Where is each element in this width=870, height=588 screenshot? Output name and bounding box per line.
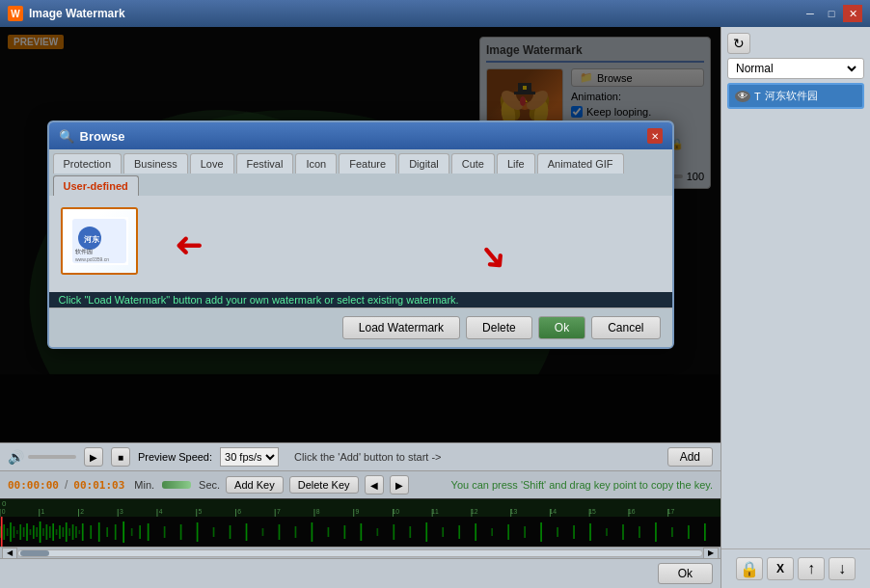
svg-text:5: 5 — [198, 506, 202, 516]
scroll-right-button[interactable]: ▶ — [703, 548, 719, 559]
svg-text:www.pc0359.cn: www.pc0359.cn — [75, 256, 109, 262]
svg-rect-139 — [704, 523, 706, 541]
up-button[interactable]: ↑ — [798, 557, 825, 580]
tab-business[interactable]: Business — [123, 153, 188, 174]
dialog-close-button[interactable]: ✕ — [647, 128, 663, 144]
tab-digital[interactable]: Digital — [398, 153, 449, 174]
tab-festival[interactable]: Festival — [236, 153, 294, 174]
svg-text:6: 6 — [237, 506, 241, 516]
right-panel-top: ↻ Normal Multiply Screen Overlay 👁 T 河东软… — [721, 27, 870, 115]
thumbnail-item-1[interactable]: 河东 软件园 www.pc0359.cn — [61, 207, 138, 275]
thumbnail-grid: 河东 软件园 www.pc0359.cn — [61, 207, 661, 275]
svg-rect-118 — [361, 523, 363, 541]
svg-rect-106 — [164, 526, 166, 538]
next-key-button[interactable]: ▶ — [390, 475, 409, 494]
key-bar: 00:00:00 / 00:01:03 Min. Sec. Add Key De… — [0, 470, 720, 498]
window-controls: ─ □ ✕ — [801, 5, 862, 22]
ok-button[interactable]: Ok — [538, 316, 585, 339]
dialog-overlay: 🔍 Browse ✕ Protection Business Love Fest… — [0, 27, 720, 442]
svg-rect-81 — [30, 529, 32, 535]
scroll-left-button[interactable]: ◀ — [2, 548, 17, 559]
svg-rect-76 — [14, 526, 15, 538]
prev-key-button[interactable]: ◀ — [365, 475, 384, 494]
tab-feature[interactable]: Feature — [339, 153, 396, 174]
svg-rect-132 — [589, 523, 591, 541]
svg-rect-107 — [180, 524, 182, 540]
scrollbar-track[interactable] — [17, 549, 703, 557]
add-button[interactable]: Add — [667, 447, 713, 467]
svg-rect-115 — [312, 522, 313, 542]
svg-text:1: 1 — [41, 506, 44, 516]
svg-rect-110 — [230, 525, 231, 539]
svg-rect-101 — [115, 524, 117, 540]
lock-button[interactable]: 🔒 — [736, 557, 763, 580]
svg-rect-94 — [72, 524, 74, 540]
svg-rect-84 — [40, 521, 41, 543]
svg-rect-108 — [197, 522, 199, 542]
timeline-scrollbar[interactable]: ◀ ▶ — [0, 547, 720, 558]
down-button[interactable]: ↓ — [829, 557, 856, 580]
tab-user-defined[interactable]: User-defined — [53, 175, 139, 196]
click-add-tip: Click the 'Add' button to start -> — [294, 451, 441, 463]
refresh-button[interactable]: ↻ — [727, 33, 750, 54]
preview-speed-select[interactable]: 30 fps/s 24 fps/s 15 fps/s — [220, 447, 279, 467]
svg-rect-34 — [0, 499, 720, 517]
svg-rect-117 — [344, 525, 346, 539]
timeline-ruler: 0 0 1 2 3 4 5 6 7 — [0, 499, 720, 517]
svg-rect-137 — [671, 527, 673, 537]
svg-rect-99 — [98, 522, 100, 542]
svg-rect-123 — [442, 527, 444, 537]
scrollbar-thumb[interactable] — [20, 550, 49, 556]
maximize-button[interactable]: □ — [822, 5, 841, 22]
tab-life[interactable]: Life — [497, 153, 535, 174]
svg-rect-90 — [59, 525, 61, 539]
volume-icon: 🔊 — [8, 449, 24, 465]
svg-rect-77 — [16, 530, 18, 534]
right-controls-row: 🔒 X ↑ ↓ — [729, 557, 862, 580]
svg-rect-80 — [26, 523, 28, 541]
svg-rect-111 — [246, 523, 248, 541]
svg-rect-126 — [491, 528, 493, 536]
play-button[interactable]: ▶ — [84, 447, 103, 467]
eye-icon[interactable]: 👁 — [735, 91, 750, 102]
time-track[interactable] — [162, 481, 191, 489]
mode-select[interactable]: Normal Multiply Screen Overlay — [732, 61, 859, 76]
svg-rect-91 — [63, 527, 65, 537]
stop-button[interactable]: ■ — [111, 447, 130, 467]
svg-text:4: 4 — [159, 506, 163, 516]
add-key-button[interactable]: Add Key — [226, 476, 284, 494]
cancel-button[interactable]: Cancel — [591, 316, 660, 339]
svg-rect-127 — [507, 524, 509, 540]
svg-rect-135 — [639, 526, 640, 538]
svg-rect-78 — [19, 524, 21, 540]
svg-rect-89 — [56, 529, 58, 535]
tab-icon[interactable]: Icon — [295, 153, 337, 174]
tab-cute[interactable]: Cute — [451, 153, 495, 174]
svg-rect-104 — [139, 525, 141, 539]
svg-rect-133 — [606, 528, 608, 536]
watermark-item[interactable]: 👁 T 河东软件园 — [727, 83, 864, 109]
dialog-status: Click "Load Watermark" button add your o… — [49, 292, 672, 307]
main-ok-button[interactable]: Ok — [658, 563, 713, 584]
load-watermark-button[interactable]: Load Watermark — [342, 316, 460, 339]
tab-love[interactable]: Love — [190, 153, 234, 174]
svg-rect-83 — [36, 527, 38, 537]
mode-dropdown[interactable]: Normal Multiply Screen Overlay — [727, 58, 864, 79]
svg-text:8: 8 — [316, 506, 320, 516]
delete-button[interactable]: Delete — [466, 316, 532, 339]
svg-rect-121 — [409, 526, 411, 538]
tab-protection[interactable]: Protection — [53, 153, 122, 174]
timeline-track[interactable] — [0, 517, 720, 547]
transport-bar: 🔊 ▶ ■ Preview Speed: 30 fps/s 24 fps/s 1… — [0, 442, 720, 470]
svg-rect-88 — [52, 523, 54, 541]
dialog-tabs: Protection Business Love Festival Icon F… — [49, 149, 672, 196]
volume-slider[interactable] — [28, 455, 76, 459]
watermark-name-label: 河东软件园 — [765, 89, 818, 103]
svg-rect-95 — [75, 526, 77, 538]
x-button[interactable]: X — [767, 557, 794, 580]
delete-key-button[interactable]: Delete Key — [289, 476, 359, 494]
minimize-button[interactable]: ─ — [801, 5, 820, 22]
close-button[interactable]: ✕ — [843, 5, 862, 22]
tab-animated-gif[interactable]: Animated GIF — [537, 153, 624, 174]
svg-rect-79 — [23, 527, 25, 537]
